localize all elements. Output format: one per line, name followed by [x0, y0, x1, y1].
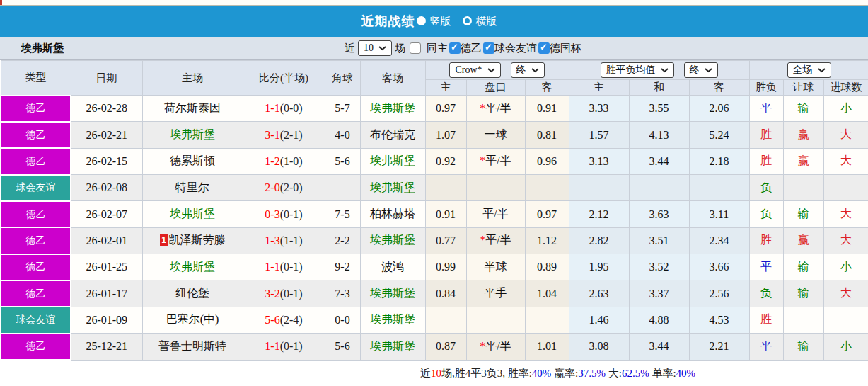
odds-stage-select[interactable]: 终 — [511, 62, 545, 78]
half-time-score: (0-1) — [280, 340, 303, 352]
full-time-score: 1-1 — [265, 102, 279, 114]
summary-token: 大: — [606, 368, 622, 379]
score-cell: 1-1(0-1) — [243, 254, 325, 280]
avg-away: 3.11 — [689, 201, 749, 227]
avg-away: 2.18 — [689, 148, 749, 174]
subheader-outcome: 胜负 — [749, 80, 783, 96]
odds-home: 1.07 — [425, 122, 466, 148]
layout-radio-label[interactable]: 竖版 — [430, 16, 451, 27]
full-time-score: 1-2 — [265, 155, 279, 167]
away-team: 埃弗斯堡 — [370, 154, 415, 166]
avg-away: 3.66 — [689, 254, 749, 280]
odds-home: 0.87 — [425, 334, 466, 360]
chevron-down-icon — [487, 68, 495, 73]
recent-count-select[interactable]: 10 — [358, 40, 392, 56]
away-team: 埃弗斯堡 — [370, 234, 415, 246]
avg-draw: 3.51 — [629, 227, 689, 254]
odds-home: 0.84 — [425, 280, 466, 307]
match-date: 25-12-21 — [71, 334, 142, 360]
result-handicap: 输 — [783, 254, 823, 280]
home-team: 巴塞尔(中) — [166, 313, 219, 325]
filter-bar: 埃弗斯堡 近 10 场 同主德乙球会友谊德国杯 — [0, 37, 868, 60]
home-team-cell: 普鲁士明斯特 — [142, 334, 243, 360]
subheader-odds-away: 客 — [525, 80, 569, 96]
half-time-score: (1-1) — [280, 234, 303, 246]
table-row: 球会友谊26-01-09巴塞尔(中)5-6(2-4)0-0埃弗斯堡1.464.8… — [1, 307, 868, 333]
subheader-avg-away: 客 — [689, 80, 749, 96]
table-row: 德乙26-02-28荷尔斯泰因1-1(0-0)5-7埃弗斯堡0.97*平/半0.… — [1, 96, 868, 122]
avg-home: 3.13 — [569, 148, 629, 174]
corner-score: 0-0 — [325, 307, 360, 333]
odds-stage-value: 终 — [516, 64, 526, 76]
result-goals: 小 — [823, 254, 868, 280]
avg-away: 2.21 — [689, 334, 749, 360]
half-time-score: (2-1) — [280, 129, 303, 141]
corner-score: 5-6 — [325, 334, 360, 360]
avg-market-select[interactable]: 胜平负均值 — [601, 62, 674, 78]
result-outcome: 胜 — [749, 227, 783, 254]
away-team-cell: 布伦瑞克 — [360, 122, 425, 148]
avg-away: 2.56 — [689, 280, 749, 307]
corner-score — [325, 175, 360, 201]
odds-market-select[interactable]: Crow* — [449, 62, 500, 78]
avg-stage-select[interactable]: 终 — [684, 62, 718, 78]
score-cell: 1-1(0-0) — [243, 96, 325, 122]
result-handicap: 输 — [783, 334, 823, 360]
home-team-cell: 1凯泽斯劳滕 — [142, 227, 243, 254]
handicap-star: * — [480, 154, 485, 166]
checkbox-checked[interactable] — [449, 42, 461, 54]
table-row: 德乙26-02-011凯泽斯劳滕1-3(1-1)2-2埃弗斯堡0.77*平/半1… — [1, 227, 868, 254]
layout-toggle: 竖版横版 — [415, 15, 507, 28]
result-scope-select[interactable]: 全场 — [787, 62, 831, 78]
table-row: 球会友谊26-02-08特里尔2-0(2-0)埃弗斯堡负 — [1, 175, 868, 201]
league-badge: 德乙 — [1, 96, 71, 122]
odds-home — [425, 307, 466, 333]
checkbox-unchecked[interactable] — [410, 42, 421, 54]
away-team: 埃弗斯堡 — [370, 313, 415, 325]
layout-radio-label[interactable]: 横版 — [476, 16, 497, 27]
chevron-down-icon — [705, 68, 712, 73]
chevron-down-icon — [531, 68, 539, 73]
avg-draw — [629, 175, 689, 201]
result-scope-value: 全场 — [793, 64, 813, 76]
home-team: 德累斯顿 — [170, 154, 215, 166]
league-badge: 德乙 — [1, 227, 71, 254]
layout-radio-selected[interactable] — [417, 16, 426, 25]
table-row: 德乙26-01-17纽伦堡3-2(0-1)7-3埃弗斯堡0.84平手1.042.… — [1, 280, 868, 307]
matches-label: 场 — [395, 42, 405, 55]
checkbox-checked[interactable] — [483, 42, 494, 54]
avg-home: 3.08 — [569, 334, 629, 360]
result-goals — [823, 307, 868, 333]
avg-group-header: 胜平负均值 终 — [569, 61, 749, 80]
half-time-score: (0-1) — [280, 208, 303, 220]
avg-draw: 3.44 — [629, 148, 689, 174]
odds-away: 0.91 — [525, 96, 569, 122]
checkbox-checked[interactable] — [538, 42, 550, 54]
odds-away: 0.89 — [525, 254, 569, 280]
result-outcome: 负 — [749, 201, 783, 227]
avg-away: 2.06 — [689, 96, 749, 122]
avg-away: 4.53 — [689, 307, 749, 333]
result-handicap: 赢 — [783, 122, 823, 148]
odds-home — [425, 175, 466, 201]
avg-draw: 3.44 — [629, 334, 689, 360]
summary-token: 37.5% — [578, 368, 606, 379]
away-team-cell: 埃弗斯堡 — [360, 148, 425, 174]
home-team-cell: 纽伦堡 — [142, 280, 243, 307]
result-goals: 大 — [823, 201, 868, 227]
avg-home: 2.12 — [569, 201, 629, 227]
home-team-cell: 荷尔斯泰因 — [142, 96, 243, 122]
avg-draw: 4.13 — [629, 122, 689, 148]
header-type: 类型 — [1, 61, 71, 96]
odds-away: 0.96 — [525, 148, 569, 174]
layout-radio-unselected[interactable] — [463, 16, 472, 25]
result-handicap — [783, 175, 823, 201]
result-goals: 大 — [823, 122, 868, 148]
handicap: 半球 — [466, 254, 525, 280]
match-date: 26-02-28 — [71, 96, 142, 122]
home-team-cell: 埃弗斯堡 — [142, 254, 243, 280]
table-row: 德乙26-02-15德累斯顿1-2(1-0)5-6埃弗斯堡0.92*平/半0.9… — [1, 148, 868, 174]
full-time-score: 1-3 — [265, 234, 279, 246]
home-team-cell: 埃弗斯堡 — [142, 122, 243, 148]
match-date: 26-02-15 — [71, 148, 142, 174]
